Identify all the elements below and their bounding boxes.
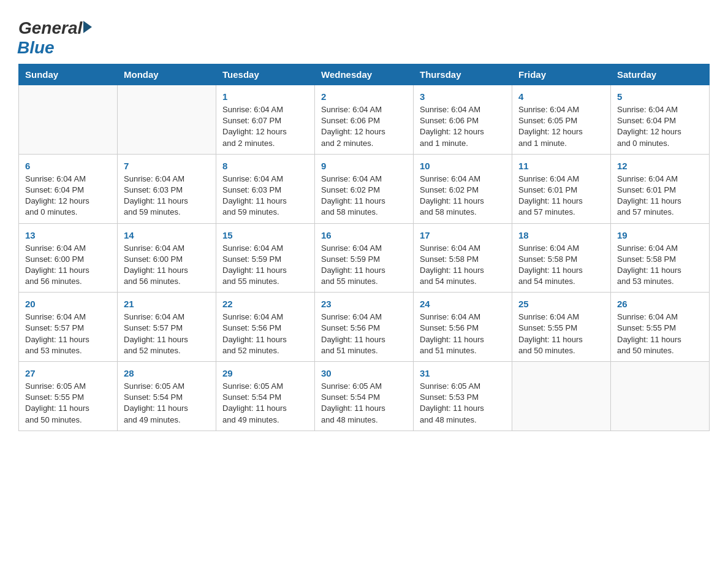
day-info: Sunrise: 6:05 AM — [420, 381, 506, 392]
day-info: Daylight: 12 hours — [420, 126, 506, 137]
day-info: Sunset: 5:56 PM — [321, 323, 407, 334]
day-info: and 1 minute. — [420, 138, 506, 149]
day-info: and 1 minute. — [518, 138, 604, 149]
day-info: Daylight: 11 hours — [420, 403, 506, 414]
calendar-cell: 5Sunrise: 6:04 AMSunset: 6:04 PMDaylight… — [611, 85, 710, 155]
day-info: Sunrise: 6:04 AM — [124, 174, 210, 185]
calendar-cell: 25Sunrise: 6:04 AMSunset: 5:55 PMDayligh… — [512, 293, 611, 362]
day-info: Sunrise: 6:04 AM — [420, 312, 506, 323]
day-info: Daylight: 11 hours — [222, 334, 308, 345]
calendar-header-friday: Friday — [512, 64, 611, 85]
day-info: Sunrise: 6:04 AM — [25, 312, 111, 323]
day-number: 4 — [518, 90, 604, 103]
day-number: 10 — [420, 159, 506, 172]
day-info: Sunset: 5:53 PM — [420, 392, 506, 403]
calendar-week-row: 13Sunrise: 6:04 AMSunset: 6:00 PMDayligh… — [19, 223, 710, 293]
day-info: Sunrise: 6:05 AM — [222, 381, 308, 392]
day-number: 21 — [124, 297, 210, 310]
day-info: Sunrise: 6:05 AM — [321, 381, 407, 392]
day-info: Sunset: 5:55 PM — [518, 323, 604, 334]
day-info: Daylight: 11 hours — [124, 334, 210, 345]
day-number: 3 — [420, 90, 506, 103]
day-info: and 48 minutes. — [420, 415, 506, 426]
calendar-header-saturday: Saturday — [611, 64, 710, 85]
calendar-cell: 12Sunrise: 6:04 AMSunset: 6:01 PMDayligh… — [611, 154, 710, 223]
day-number: 16 — [321, 229, 407, 242]
day-info: Sunrise: 6:04 AM — [321, 243, 407, 254]
day-info: Sunrise: 6:04 AM — [518, 312, 604, 323]
day-info: Sunset: 6:03 PM — [222, 185, 308, 196]
calendar-cell: 27Sunrise: 6:05 AMSunset: 5:55 PMDayligh… — [19, 362, 118, 431]
day-info: Daylight: 11 hours — [25, 265, 111, 276]
calendar-cell: 8Sunrise: 6:04 AMSunset: 6:03 PMDaylight… — [216, 154, 315, 223]
day-info: Sunrise: 6:04 AM — [25, 174, 111, 185]
day-number: 28 — [124, 367, 210, 380]
day-info: Sunset: 6:03 PM — [124, 185, 210, 196]
day-info: and 51 minutes. — [420, 345, 506, 356]
day-info: Daylight: 11 hours — [222, 265, 308, 276]
calendar-cell: 30Sunrise: 6:05 AMSunset: 5:54 PMDayligh… — [315, 362, 414, 431]
day-info: and 59 minutes. — [124, 207, 210, 218]
day-info: Daylight: 11 hours — [25, 403, 111, 414]
calendar-cell — [611, 362, 710, 431]
day-info: and 57 minutes. — [518, 207, 604, 218]
day-info: Sunrise: 6:05 AM — [124, 381, 210, 392]
calendar-header-monday: Monday — [118, 64, 216, 85]
day-info: Sunrise: 6:04 AM — [124, 312, 210, 323]
day-info: Sunset: 6:02 PM — [420, 185, 506, 196]
calendar-cell: 9Sunrise: 6:04 AMSunset: 6:02 PMDaylight… — [315, 154, 414, 223]
day-info: Sunset: 6:05 PM — [518, 115, 604, 126]
day-number: 24 — [420, 297, 506, 310]
day-number: 11 — [518, 159, 604, 172]
day-info: and 49 minutes. — [124, 415, 210, 426]
day-number: 1 — [222, 90, 308, 103]
day-number: 20 — [25, 297, 111, 310]
calendar-week-row: 6Sunrise: 6:04 AMSunset: 6:04 PMDaylight… — [19, 154, 710, 223]
day-number: 9 — [321, 159, 407, 172]
day-info: Daylight: 11 hours — [617, 196, 703, 207]
calendar-cell: 13Sunrise: 6:04 AMSunset: 6:00 PMDayligh… — [19, 223, 118, 293]
day-info: Daylight: 11 hours — [124, 403, 210, 414]
day-info: Sunset: 5:59 PM — [222, 254, 308, 265]
day-number: 15 — [222, 229, 308, 242]
day-info: and 55 minutes. — [321, 276, 407, 287]
day-info: Sunrise: 6:04 AM — [25, 243, 111, 254]
day-info: Sunrise: 6:04 AM — [518, 174, 604, 185]
day-info: Sunset: 6:04 PM — [617, 115, 703, 126]
day-info: Sunrise: 6:04 AM — [321, 174, 407, 185]
day-info: Daylight: 11 hours — [222, 196, 308, 207]
day-info: Daylight: 12 hours — [25, 196, 111, 207]
logo-triangle-icon — [83, 21, 92, 33]
day-info: and 54 minutes. — [420, 276, 506, 287]
day-info: Sunset: 5:59 PM — [321, 254, 407, 265]
day-number: 17 — [420, 229, 506, 242]
day-info: Daylight: 11 hours — [420, 265, 506, 276]
day-info: Sunrise: 6:04 AM — [420, 104, 506, 115]
day-number: 7 — [124, 159, 210, 172]
day-info: and 48 minutes. — [321, 415, 407, 426]
day-info: and 2 minutes. — [222, 138, 308, 149]
calendar-cell: 26Sunrise: 6:04 AMSunset: 5:55 PMDayligh… — [611, 293, 710, 362]
calendar-cell — [19, 85, 118, 155]
day-number: 18 — [518, 229, 604, 242]
day-info: Daylight: 11 hours — [124, 196, 210, 207]
calendar-cell: 3Sunrise: 6:04 AMSunset: 6:06 PMDaylight… — [414, 85, 512, 155]
logo-general-text: General — [18, 18, 82, 38]
day-info: Daylight: 11 hours — [518, 265, 604, 276]
day-info: and 53 minutes. — [617, 276, 703, 287]
day-info: Daylight: 11 hours — [222, 403, 308, 414]
calendar-cell: 1Sunrise: 6:04 AMSunset: 6:07 PMDaylight… — [216, 85, 315, 155]
day-number: 6 — [25, 159, 111, 172]
day-info: Sunset: 5:54 PM — [222, 392, 308, 403]
day-info: Sunset: 5:54 PM — [124, 392, 210, 403]
day-number: 30 — [321, 367, 407, 380]
day-number: 8 — [222, 159, 308, 172]
day-info: Sunset: 6:06 PM — [420, 115, 506, 126]
day-info: Daylight: 11 hours — [617, 334, 703, 345]
day-info: Sunrise: 6:04 AM — [617, 243, 703, 254]
logo-blue-text: Blue — [17, 38, 55, 58]
day-info: Daylight: 12 hours — [518, 126, 604, 137]
calendar-cell: 31Sunrise: 6:05 AMSunset: 5:53 PMDayligh… — [414, 362, 512, 431]
calendar-cell — [512, 362, 611, 431]
calendar-week-row: 20Sunrise: 6:04 AMSunset: 5:57 PMDayligh… — [19, 293, 710, 362]
